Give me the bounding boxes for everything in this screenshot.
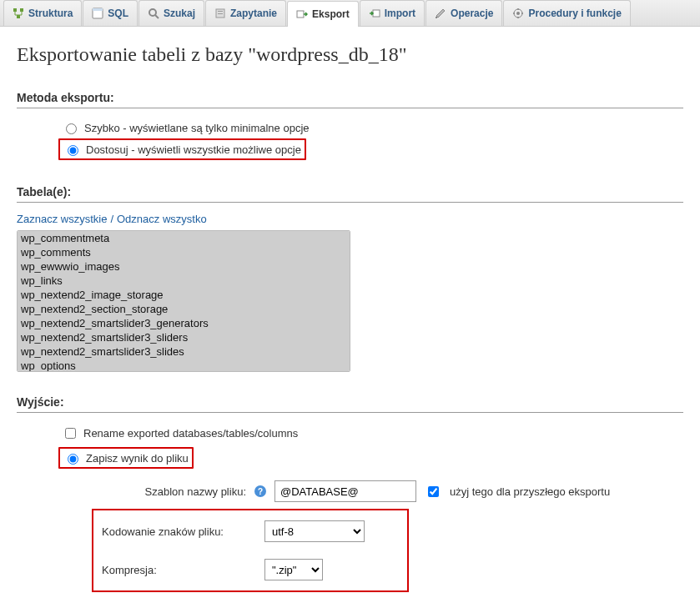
template-row: Szablon nazwy pliku: ? użyj tego dla prz… — [92, 480, 683, 502]
tab-label: Struktura — [28, 8, 73, 19]
save-file-radio[interactable] — [68, 454, 78, 465]
svg-rect-4 — [93, 8, 103, 11]
import-icon — [369, 8, 380, 19]
svg-rect-12 — [436, 17, 437, 18]
compression-label: Kompresja: — [102, 564, 256, 576]
radio-custom-label[interactable]: Dostosuj - wyświetli wszystkie możliwe o… — [86, 143, 301, 156]
page-title: Eksportowanie tabeli z bazy "wordpress_d… — [17, 43, 683, 66]
unselect-all-link[interactable]: Odznacz wszystko — [117, 213, 207, 225]
svg-rect-9 — [218, 13, 223, 14]
tab-label: Zapytanie — [230, 8, 277, 19]
future-checkbox[interactable] — [428, 486, 439, 497]
export-method-section: Metoda eksportu: Szybko - wyświetlane są… — [17, 91, 683, 162]
tab-label: Import — [385, 8, 415, 19]
tab-routines[interactable]: Procedury i funkcje — [503, 0, 630, 26]
select-links: Zaznacz wszystkie/Odznacz wszystko — [17, 213, 683, 225]
tables-select[interactable]: wp_commentmetawp_commentswp_ewwwio_image… — [17, 230, 350, 372]
radio-quick[interactable] — [66, 123, 77, 134]
table-option[interactable]: wp_nextend2_smartslider3_sliders — [18, 330, 350, 344]
encoding-row: Kodowanie znaków pliku: utf-8 — [102, 520, 399, 542]
save-file-label[interactable]: Zapisz wynik do pliku — [86, 452, 189, 465]
output-section: Wyjście: Rename exported databases/table… — [17, 395, 683, 592]
routines-icon — [512, 8, 524, 19]
table-option[interactable]: wp_links — [18, 274, 350, 288]
structure-icon — [13, 8, 24, 19]
template-label: Szablon nazwy pliku: — [92, 485, 246, 498]
query-icon — [214, 8, 226, 19]
tab-label: Procedury i funkcje — [528, 8, 621, 19]
tab-label: SQL — [108, 8, 128, 19]
radio-quick-row: Szybko - wyświetlane są tylko minimalne … — [58, 118, 683, 137]
table-option[interactable]: wp_nextend2_image_storage — [18, 288, 350, 302]
svg-rect-0 — [13, 8, 17, 12]
radio-custom-row: Dostosuj - wyświetli wszystkie możliwe o… — [58, 138, 306, 160]
tables-section: Tabela(e): Zaznacz wszystkie/Odznacz wsz… — [17, 185, 683, 372]
future-label[interactable]: użyj tego dla przyszłego eksportu — [450, 485, 610, 498]
tab-operations[interactable]: Operacje — [426, 0, 502, 26]
compression-select[interactable]: ".zip" — [264, 559, 323, 580]
tab-label: Szukaj — [164, 8, 195, 19]
table-option[interactable]: wp_options — [18, 359, 350, 372]
table-option[interactable]: wp_nextend2_section_storage — [18, 302, 350, 316]
template-input[interactable] — [274, 480, 416, 502]
rename-label[interactable]: Rename exported databases/tables/columns — [83, 427, 298, 440]
tab-label: Operacje — [451, 8, 493, 19]
table-option[interactable]: wp_ewwwio_images — [18, 259, 350, 274]
radio-quick-label[interactable]: Szybko - wyświetlane są tylko minimalne … — [84, 122, 310, 134]
tab-label: Eksport — [312, 8, 350, 20]
tab-search[interactable]: Szukaj — [138, 0, 204, 26]
table-option[interactable]: wp_commentmeta — [18, 231, 350, 245]
svg-rect-8 — [218, 11, 223, 12]
tab-sql[interactable]: SQL — [83, 0, 138, 26]
tab-query[interactable]: Zapytanie — [205, 0, 286, 26]
radio-custom[interactable] — [68, 145, 78, 156]
save-file-row: Zapisz wynik do pliku — [58, 447, 194, 469]
select-all-link[interactable]: Zaznacz wszystkie — [17, 213, 107, 225]
svg-rect-11 — [373, 10, 380, 17]
svg-point-5 — [149, 9, 156, 16]
search-icon — [148, 8, 159, 19]
help-icon[interactable]: ? — [254, 485, 266, 497]
table-option[interactable]: wp_comments — [18, 245, 350, 259]
operations-icon — [435, 8, 446, 19]
svg-rect-1 — [20, 8, 23, 12]
section-title: Wyjście: — [17, 395, 683, 413]
table-option[interactable]: wp_nextend2_smartslider3_slides — [18, 344, 350, 359]
tab-export[interactable]: Eksport — [287, 1, 359, 27]
encoding-label: Kodowanie znaków pliku: — [102, 525, 256, 538]
sql-icon — [92, 8, 103, 19]
rename-checkbox[interactable] — [65, 428, 76, 439]
svg-rect-10 — [297, 11, 304, 18]
tab-import[interactable]: Import — [360, 0, 425, 26]
svg-point-14 — [516, 12, 520, 15]
export-icon — [296, 8, 308, 20]
compression-row: Kompresja: ".zip" — [102, 559, 399, 580]
tabs-bar: Struktura SQL Szukaj Zapytanie Eksport I… — [0, 0, 700, 27]
section-title: Metoda eksportu: — [17, 91, 683, 108]
section-title: Tabela(e): — [17, 185, 683, 203]
content: Eksportowanie tabeli z bazy "wordpress_d… — [0, 27, 700, 603]
encoding-select[interactable]: utf-8 — [264, 520, 365, 542]
svg-line-6 — [155, 15, 159, 18]
tab-structure[interactable]: Struktura — [3, 0, 82, 26]
rename-row: Rename exported databases/tables/columns — [58, 423, 683, 444]
table-option[interactable]: wp_nextend2_smartslider3_generators — [18, 316, 350, 330]
encoding-compression-box: Kodowanie znaków pliku: utf-8 Kompresja:… — [92, 509, 409, 592]
